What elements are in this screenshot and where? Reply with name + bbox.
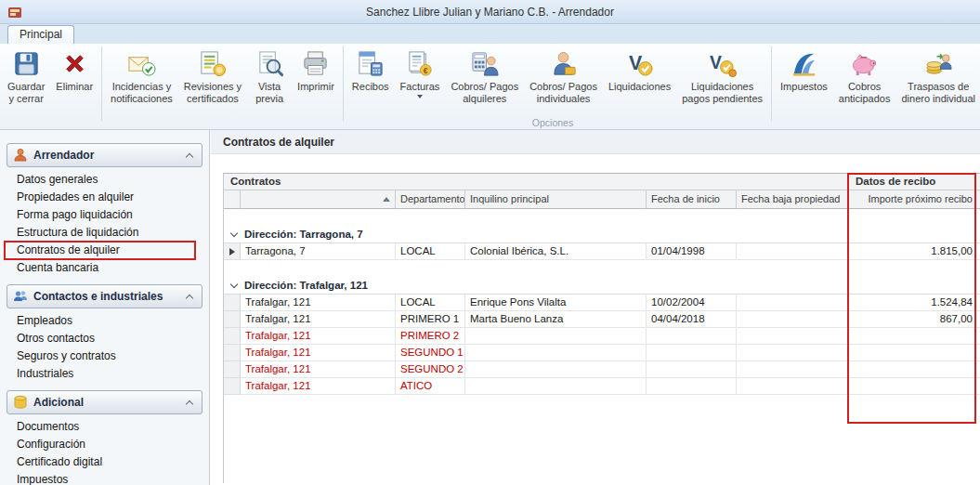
ribbon-button-label: Traspasos de dinero individual: [901, 81, 975, 104]
cell-tenant: [465, 328, 647, 345]
sidebar-item-estructura-de-liquidacion[interactable]: Estructura de liquidación: [0, 224, 209, 242]
ribbon-button-incidencias-y-notificaciones[interactable]: Incidencias y notificaciones: [105, 46, 178, 117]
ribbon-button-imprimir[interactable]: Imprimir: [292, 46, 340, 117]
group-row-direccion-tarragona-7[interactable]: Dirección: Tarragona, 7: [224, 226, 980, 243]
ribbon-button-label: Imprimir: [297, 81, 334, 93]
ribbon-button-cobros-pagos-alquileres[interactable]: Cobros/ Pagos alquileres: [445, 46, 524, 117]
grid-header-row: DepartamentoInquilino principalFecha de …: [224, 190, 980, 209]
ribbon-button-label: Impuestos: [780, 81, 828, 93]
sidebar-item-configuracion[interactable]: Configuración: [0, 436, 209, 453]
sidebar-group-adicional[interactable]: Adicional: [7, 390, 203, 414]
cell-next_receipt: [849, 361, 980, 378]
database-icon: [13, 395, 28, 410]
delete-icon: [60, 49, 89, 78]
group-row-direccion-trafalgar-121[interactable]: Dirección: Trafalgar, 121: [224, 277, 980, 295]
ribbon-button-cobros-anticipados[interactable]: Cobros anticipados: [833, 46, 896, 117]
table-row[interactable]: Trafalgar, 121PRIMERO 2: [224, 328, 980, 345]
ribbon-button-label: Incidencias y notificaciones: [111, 81, 173, 104]
ribbon-button-label: Cobros anticipados: [839, 81, 891, 104]
cell-tenant: Colonial Ibérica, S.L.: [465, 243, 647, 260]
cell-department: PRIMERO 1: [396, 311, 465, 328]
settlements-icon: V: [625, 49, 654, 78]
sidebar-item-seguros-y-contratos[interactable]: Seguros y contratos: [0, 347, 209, 365]
cell-department: PRIMERO 2: [396, 328, 465, 345]
ribbon-button-liquidaciones[interactable]: VLiquidaciones: [603, 46, 676, 117]
band-header-contratos[interactable]: Contratos: [224, 174, 849, 190]
payments-individual-icon: [549, 49, 578, 78]
cell-end_date: [737, 243, 849, 260]
sidebar-group-arrendador[interactable]: Arrendador: [7, 143, 203, 167]
sidebar-item-industriales[interactable]: Industriales: [0, 365, 209, 383]
advance-payments-icon: [850, 49, 879, 78]
sidebar-item-forma-pago-liquidacion[interactable]: Forma pago liquidación: [0, 206, 209, 224]
sidebar-item-otros-contactos[interactable]: Otros contactos: [0, 330, 209, 347]
sidebar-item-certificado-digital[interactable]: Certificado digital: [0, 453, 209, 471]
ribbon-button-recibos[interactable]: Recibos: [346, 46, 395, 117]
person-orange-icon: [13, 148, 28, 163]
sidebar-group-label: Adicional: [33, 396, 187, 409]
ribbon-group-separator: [771, 46, 772, 121]
ribbon-button-eliminar[interactable]: Eliminar: [50, 46, 98, 117]
ribbon-button-vista-previa[interactable]: Vista previa: [247, 46, 292, 117]
group-spacer: [224, 260, 980, 277]
column-header-label: Fecha baja propiedad: [741, 193, 840, 204]
column-header-label: Inquilino principal: [470, 193, 549, 204]
column-header-tenant[interactable]: Inquilino principal: [465, 190, 647, 209]
ribbon-button-revisiones-y-certificados[interactable]: Revisiones y certificados: [178, 46, 247, 117]
sidebar-item-datos-generales[interactable]: Datos generales: [0, 171, 209, 189]
sidebar-item-impuestos[interactable]: Impuestos: [0, 471, 209, 485]
cell-next_receipt: [849, 378, 980, 395]
group-spacer: [224, 209, 980, 226]
sidebar-item-contratos-de-alquiler[interactable]: Contratos de alquiler: [0, 242, 209, 259]
chevron-up-icon: [186, 400, 193, 407]
cell-start_date: [647, 328, 737, 345]
ribbon-button-facturas[interactable]: €Facturas: [395, 46, 446, 117]
settlements-pending-icon: V: [708, 49, 737, 78]
cell-tenant: Enrique Pons Vilalta: [465, 295, 647, 311]
table-row[interactable]: Trafalgar, 121LOCALEnrique Pons Vilalta1…: [224, 295, 980, 311]
cell-department: LOCAL: [396, 295, 465, 311]
cell-start_date: [647, 378, 737, 395]
table-row[interactable]: Trafalgar, 121SEGUNDO 2: [224, 361, 980, 378]
ribbon-button-label: Guardar y cerrar: [7, 81, 45, 104]
band-header-datos-de-recibo[interactable]: Datos de recibo: [849, 174, 980, 190]
column-header-next_receipt[interactable]: Importe próximo recibo: [849, 190, 980, 209]
tab-principal[interactable]: Principal: [7, 25, 74, 44]
sidebar-item-empleados[interactable]: Empleados: [0, 312, 209, 330]
column-header-start_date[interactable]: Fecha de inicio: [647, 190, 737, 209]
cell-next_receipt: [849, 345, 980, 361]
ribbon-button-cobros-pagos-individuales[interactable]: Cobros/ Pagos individuales: [524, 46, 603, 117]
cell-department: LOCAL: [396, 243, 465, 260]
sidebar-group-items: Datos generalesPropiedades en alquilerFo…: [0, 171, 209, 277]
sidebar-item-documentos[interactable]: Documentos: [0, 418, 209, 436]
revisions-icon: [198, 49, 227, 78]
cell-end_date: [737, 345, 849, 361]
ribbon-button-impuestos[interactable]: Impuestos: [775, 46, 833, 117]
cell-end_date: [737, 311, 849, 328]
ribbon-button-guardar-y-cerrar[interactable]: Guardar y cerrar: [2, 46, 50, 117]
ribbon-button-traspasos-de-dinero-individual[interactable]: Traspasos de dinero individual: [895, 46, 980, 117]
column-header-end_date[interactable]: Fecha baja propiedad: [737, 190, 849, 209]
column-header-department[interactable]: Departamento: [396, 190, 465, 209]
cell-address: Trafalgar, 121: [241, 345, 396, 361]
table-row[interactable]: Trafalgar, 121PRIMERO 1Marta Bueno Lanza…: [224, 311, 980, 328]
cell-address: Tarragona, 7: [241, 243, 396, 260]
table-row[interactable]: Trafalgar, 121SEGUNDO 1: [224, 345, 980, 361]
cell-next_receipt: [849, 328, 980, 345]
ribbon-button-liquidaciones-pagos-pendientes[interactable]: VLiquidaciones pagos pendientes: [676, 46, 768, 117]
ribbon: Guardar y cerrarEliminarIncidencias y no…: [0, 44, 980, 130]
ribbon-button-label: Liquidaciones pagos pendientes: [682, 81, 763, 104]
sort-ascending-icon: [383, 197, 390, 202]
sidebar-group-contactos-e-industriales[interactable]: Contactos e industriales: [7, 284, 203, 308]
content: Contratos de alquiler ContratosDatos de …: [211, 130, 980, 485]
column-header-address[interactable]: [241, 190, 396, 209]
sidebar-item-cuenta-bancaria[interactable]: Cuenta bancaria: [0, 259, 209, 277]
table-row[interactable]: Tarragona, 7LOCALColonial Ibérica, S.L.0…: [224, 243, 980, 260]
ribbon-button-label: Recibos: [352, 81, 389, 93]
titlebar: Sanchez Llibre Julian y Mariano C.B. - A…: [0, 0, 980, 24]
sidebar-item-propiedades-en-alquiler[interactable]: Propiedades en alquiler: [0, 189, 209, 206]
chevron-down-icon: [230, 280, 238, 287]
table-row[interactable]: Trafalgar, 121ATICO: [224, 378, 980, 395]
print-icon: [301, 49, 330, 78]
cell-next_receipt: 1.815,00: [849, 243, 980, 260]
